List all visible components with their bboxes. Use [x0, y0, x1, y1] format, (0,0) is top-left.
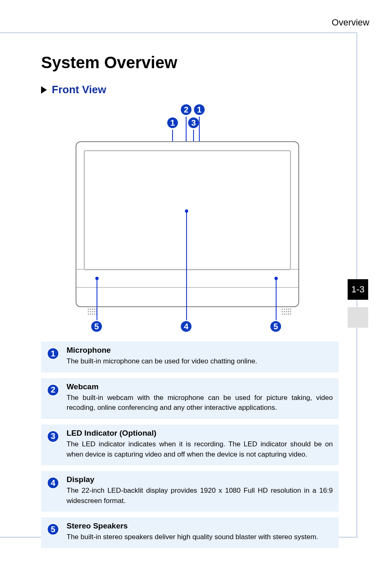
- legend-item: 5 Stereo Speakers The built-in stereo sp…: [41, 517, 339, 548]
- svg-point-16: [282, 309, 283, 310]
- svg-point-26: [282, 314, 283, 315]
- legend-badge: 4: [47, 477, 59, 489]
- legend-desc: The built-in stereo speakers deliver hig…: [67, 532, 318, 542]
- svg-point-27: [284, 314, 285, 315]
- callout-badge-4: 4: [180, 320, 192, 333]
- legend-badge: 5: [47, 523, 59, 535]
- legend-item: 2 Webcam The built-in webcam with the mi…: [41, 378, 339, 419]
- svg-point-19: [288, 309, 289, 310]
- chevron-right-icon: [41, 86, 48, 94]
- leader-line: [97, 279, 97, 320]
- legend-desc: The built-in microphone can be used for …: [67, 356, 257, 367]
- page-tab-spacer: [348, 307, 368, 328]
- legend-list: 1 Microphone The built-in microphone can…: [41, 342, 339, 548]
- legend-item: 1 Microphone The built-in microphone can…: [41, 342, 339, 372]
- svg-point-13: [92, 314, 93, 315]
- svg-point-22: [284, 311, 285, 312]
- speaker-grill-right-icon: [281, 308, 293, 315]
- callout-badge-1-left: 1: [166, 117, 179, 129]
- svg-point-28: [286, 314, 287, 315]
- callout-badge-2: 2: [180, 103, 192, 116]
- monitor-outline: [76, 141, 299, 307]
- legend-text: Display The 22-inch LED-backlit display …: [67, 475, 333, 506]
- svg-point-29: [288, 314, 289, 315]
- legend-badge: 3: [47, 430, 59, 443]
- legend-title: LED Indicator (Optional): [67, 429, 333, 438]
- top-rule: [0, 32, 357, 33]
- svg-point-17: [284, 309, 285, 310]
- svg-point-2: [90, 309, 91, 310]
- subsection-title: Front View: [52, 83, 106, 96]
- svg-point-24: [288, 311, 289, 312]
- svg-point-23: [286, 311, 287, 312]
- legend-text: Webcam The built-in webcam with the micr…: [67, 382, 333, 413]
- svg-point-20: [290, 309, 291, 310]
- page: Overview 1-3 System Overview Front View …: [0, 0, 392, 588]
- legend-badge: 1: [47, 347, 59, 360]
- svg-point-30: [290, 314, 291, 315]
- svg-point-12: [90, 314, 91, 315]
- legend-title: Webcam: [67, 382, 333, 391]
- leader-line: [199, 117, 200, 142]
- svg-point-14: [94, 314, 95, 315]
- svg-marker-0: [41, 86, 47, 94]
- legend-desc: The 22-inch LED-backlit display provides…: [67, 486, 333, 506]
- svg-point-6: [88, 311, 89, 312]
- svg-point-1: [88, 309, 89, 310]
- header-section-label: Overview: [332, 17, 369, 28]
- svg-point-3: [92, 309, 93, 310]
- legend-item: 3 LED Indicator (Optional) The LED indic…: [41, 425, 339, 465]
- legend-text: LED Indicator (Optional) The LED indicat…: [67, 429, 333, 459]
- svg-point-8: [92, 311, 93, 312]
- subsection-header: Front View: [41, 83, 339, 96]
- svg-point-21: [282, 311, 283, 312]
- svg-point-4: [94, 309, 95, 310]
- svg-point-7: [90, 311, 91, 312]
- legend-desc: The built-in webcam with the microphone …: [67, 393, 333, 413]
- callout-badge-1-right: 1: [193, 103, 205, 116]
- svg-point-18: [286, 309, 287, 310]
- content-area: System Overview Front View 1 2 1 3: [41, 53, 339, 554]
- page-title: System Overview: [41, 53, 339, 72]
- callout-badge-3: 3: [187, 117, 200, 129]
- svg-point-25: [290, 311, 291, 312]
- callout-badge-5-right: 5: [270, 320, 282, 333]
- front-view-diagram: 1 2 1 3: [42, 100, 338, 338]
- page-number-tab: 1-3: [348, 279, 368, 300]
- leader-line: [186, 117, 187, 142]
- legend-desc: The LED indicator indicates when it is r…: [67, 439, 333, 459]
- svg-point-11: [88, 314, 89, 315]
- legend-badge: 2: [47, 384, 59, 396]
- legend-text: Stereo Speakers The built-in stereo spea…: [67, 521, 318, 542]
- legend-title: Stereo Speakers: [67, 521, 318, 531]
- svg-point-9: [94, 311, 95, 312]
- leader-line: [193, 130, 194, 142]
- leader-line: [186, 212, 187, 320]
- legend-text: Microphone The built-in microphone can b…: [67, 346, 257, 367]
- legend-item: 4 Display The 22-inch LED-backlit displa…: [41, 471, 339, 512]
- legend-title: Microphone: [67, 346, 257, 355]
- leader-line: [172, 130, 173, 142]
- callout-badge-5-left: 5: [90, 320, 103, 333]
- monitor-strip: [76, 269, 298, 288]
- leader-line: [276, 279, 277, 320]
- legend-title: Display: [67, 475, 333, 484]
